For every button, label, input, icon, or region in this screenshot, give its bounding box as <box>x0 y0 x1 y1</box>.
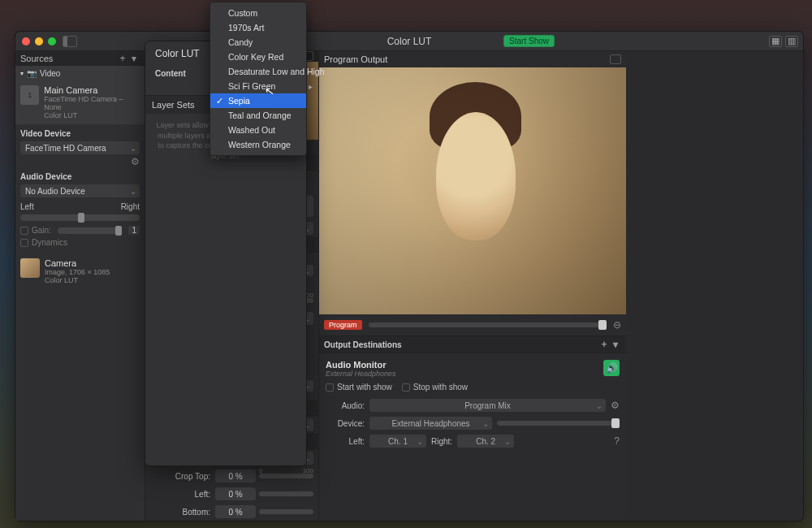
add-source-button[interactable]: + <box>117 53 128 64</box>
layout-icon-b[interactable]: ▥ <box>785 36 798 47</box>
gain-checkbox[interactable] <box>20 227 28 235</box>
audio-monitor-sub: External Headphones <box>326 370 620 378</box>
device-level-slider[interactable] <box>497 421 620 426</box>
main-window: Color LUT Start Show ▦ ▥ Sources + ▾ ▾ 📷… <box>15 31 804 522</box>
start-with-show-label: Start with show <box>337 383 392 392</box>
minimize-icon[interactable] <box>35 37 43 45</box>
crop-top-label: Crop Top: <box>150 472 210 481</box>
audio-select[interactable]: Program Mix <box>369 399 606 412</box>
dest-header-label: Output Destinations <box>324 340 402 349</box>
dynamics-label: Dynamics <box>32 238 67 247</box>
camera-glyph-icon: 📷 <box>27 69 37 78</box>
audio-monitor-title: Audio Monitor <box>326 360 620 370</box>
crop-left-label: Left: <box>150 490 210 499</box>
crop-bottom-label: Bottom: <box>150 508 210 517</box>
lut-option-candy[interactable]: Candy <box>210 35 306 50</box>
main-camera-thumb: 1 <box>20 85 39 105</box>
gain-label: Gain: <box>32 226 51 235</box>
video-device-label: Video Device <box>15 124 145 140</box>
camera-layer-title: Camera <box>45 258 110 268</box>
start-show-button[interactable]: Start Show <box>503 35 555 47</box>
maximize-icon[interactable] <box>48 37 56 45</box>
audio-device-label: Audio Device <box>15 167 145 183</box>
program-popout-icon[interactable] <box>610 54 621 64</box>
lut-option-custom[interactable]: Custom <box>210 6 306 20</box>
program-header: Program Output <box>319 51 626 67</box>
audio-device-select[interactable]: No Audio Device <box>20 184 140 197</box>
add-destination-button[interactable]: + <box>598 339 610 350</box>
sources-menu-button[interactable]: ▾ <box>128 53 140 64</box>
lut-option-sci-fi-green[interactable]: Sci Fi Green <box>210 79 306 93</box>
lut-option-color-key-red[interactable]: Color Key Red <box>210 50 306 64</box>
ch-right-select[interactable]: Ch. 2 <box>457 435 514 448</box>
camera-layer-sub: Image, 1706 × 1085 <box>45 268 110 276</box>
close-icon[interactable] <box>22 37 30 45</box>
gain-slider[interactable] <box>58 227 123 234</box>
traffic-lights <box>22 37 56 45</box>
video-device-gear-icon[interactable]: ⚙ <box>131 156 140 167</box>
source-camera-layer[interactable]: Camera Image, 1706 × 1085 Color LUT <box>15 253 145 289</box>
dest-menu-button[interactable]: ▾ <box>610 339 621 350</box>
disclosure-icon: ▾ <box>20 70 24 77</box>
balance-labels: LeftRight <box>15 199 145 211</box>
main-camera-sub: FaceTime HD Camera – None <box>44 95 140 111</box>
program-header-label: Program Output <box>324 54 387 64</box>
program-tag: Program <box>324 320 362 330</box>
program-panel: Program Output Program ⊖ Output Destinat… <box>319 51 626 521</box>
crop-left-value[interactable]: 0 % <box>215 487 256 500</box>
color-lut-dropdown[interactable]: ▸ Custom1970s ArtCandyColor Key RedDesat… <box>209 2 307 156</box>
video-group-row[interactable]: ▾ 📷 Video <box>15 66 145 80</box>
video-device-select[interactable]: FaceTime HD Camera <box>20 141 140 154</box>
layout-icon-a[interactable]: ▦ <box>769 36 782 47</box>
dynamics-checkbox[interactable] <box>20 239 28 247</box>
titlebar: Color LUT Start Show ▦ ▥ <box>15 32 803 51</box>
crop-bottom-value[interactable]: 0 % <box>215 505 256 518</box>
program-slider[interactable] <box>369 322 607 327</box>
ch-left-label: Left: <box>326 437 365 446</box>
program-remove-icon[interactable]: ⊖ <box>613 319 621 331</box>
lut-option-1970s-art[interactable]: 1970s Art <box>210 20 306 35</box>
sources-panel: Sources + ▾ ▾ 📷 Video 1 Main Camera Face… <box>15 51 145 521</box>
audio-gear-icon[interactable]: ⚙ <box>611 400 620 411</box>
lut-option-western-orange[interactable]: Western Orange <box>210 137 306 152</box>
main-camera-filter: Color LUT <box>44 111 140 119</box>
speaker-icon[interactable]: 🔊 <box>603 360 620 376</box>
stop-with-show-label: Stop with show <box>413 383 468 392</box>
audio-label: Audio: <box>326 401 365 410</box>
device-select[interactable]: External Headphones <box>369 417 492 430</box>
sources-header-label: Sources <box>20 54 53 63</box>
start-with-show-checkbox[interactable] <box>326 383 334 392</box>
crop-bottom-slider[interactable] <box>259 509 313 514</box>
ch-left-select[interactable]: Ch. 1 <box>369 435 426 448</box>
crop-top-value[interactable]: 0 % <box>215 470 256 483</box>
channels-help-icon[interactable]: ? <box>614 435 620 447</box>
crop-top-slider[interactable]: 0100 <box>259 474 313 478</box>
lut-option-teal-and-orange[interactable]: Teal and Orange <box>210 108 306 123</box>
camera-layer-thumb <box>20 258 40 278</box>
main-camera-title: Main Camera <box>44 85 140 95</box>
sidebar-toggle-icon[interactable] <box>63 36 77 47</box>
lut-option-desaturate-low-and-high[interactable]: Desaturate Low and High <box>210 64 306 79</box>
crop-left-slider[interactable] <box>259 491 313 496</box>
camera-layer-filter: Color LUT <box>45 276 110 284</box>
ch-right-label: Right: <box>431 437 452 446</box>
source-main-camera[interactable]: 1 Main Camera FaceTime HD Camera – None … <box>15 80 145 124</box>
program-output-view <box>319 67 626 314</box>
stop-with-show-checkbox[interactable] <box>402 383 410 392</box>
lut-option-sepia[interactable]: Sepia <box>210 93 306 108</box>
submenu-arrow-icon: ▸ <box>309 82 313 91</box>
balance-slider[interactable] <box>20 214 140 221</box>
device-label: Device: <box>326 419 365 428</box>
gain-value: 1 <box>128 226 140 235</box>
video-group-label: Video <box>40 69 60 78</box>
sources-header: Sources + ▾ <box>15 51 145 66</box>
audio-monitor-block: 🔊 Audio Monitor External Headphones Star… <box>319 353 626 457</box>
layer-sets-header: Layer Sets <box>152 100 195 110</box>
lut-option-washed-out[interactable]: Washed Out <box>210 123 306 137</box>
